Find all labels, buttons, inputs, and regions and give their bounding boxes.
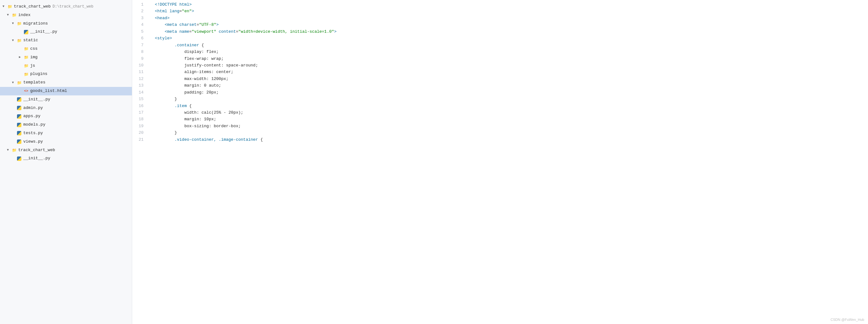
line-number: 14 [136,89,144,96]
sidebar-item-plugins[interactable]: 📁 plugins [0,70,132,79]
python-icon-5 [17,122,22,127]
code-line: margin: 0 auto; [155,82,861,89]
python-icon-3 [17,106,22,111]
code-line: <!DOCTYPE html> [155,1,861,8]
tests-label: tests.py [23,130,43,137]
sidebar-item-templates[interactable]: 📁 templates [0,79,132,87]
code-line: padding: 20px; [155,89,861,96]
sidebar-item-migrations[interactable]: 📁 migrations [0,20,132,28]
code-line: <style> [155,35,861,41]
sidebar-item-img[interactable]: 📁 img [0,53,132,62]
sidebar-item-static[interactable]: 📁 static [0,36,132,45]
code-line: <meta name="viewport" content="width=dev… [155,28,861,35]
line-numbers: 123456789101112131415161718192021 [132,1,147,323]
line-number: 17 [136,109,144,116]
views-label: views.py [23,139,43,145]
migrations-label: migrations [23,21,48,27]
css-folder-icon: 📁 [23,46,29,51]
models-label: models.py [23,121,45,128]
root-arrow [2,4,7,9]
init-track-label: __init__.py [23,155,50,162]
sidebar-item-goods-list[interactable]: goods_list.html [0,87,132,95]
code-line: align-items: center; [155,69,861,75]
img-folder-icon: 📁 [23,55,29,60]
init-migrations-label: __init__.py [30,29,57,35]
goods-list-label: goods_list.html [30,88,67,94]
code-line: justify-content: space-around; [155,62,861,69]
line-number: 6 [136,35,144,41]
code-line: width: calc(25% - 20px); [155,109,861,116]
static-label: static [23,37,38,44]
python-icon-6 [17,131,22,136]
sidebar-item-models[interactable]: models.py [0,121,132,129]
plugins-label: plugins [30,71,48,78]
admin-label: admin.py [23,105,43,112]
code-line: } [155,129,861,136]
line-number: 2 [136,8,144,14]
code-line: .item { [155,102,861,109]
migrations-arrow [12,21,17,26]
sidebar-item-admin[interactable]: admin.py [0,104,132,112]
js-label: js [30,63,35,69]
code-line: .container { [155,42,861,49]
code-line: flex-wrap: wrap; [155,55,861,62]
sidebar-item-css[interactable]: 📁 css [0,45,132,53]
init-index-label: __init__.py [23,96,50,103]
python-icon [23,30,29,35]
code-line: box-sizing: border-box; [155,123,861,129]
sidebar-item-init-index[interactable]: __init__.py [0,95,132,104]
line-number: 8 [136,49,144,55]
watermark: CSDN @FuWen_Hub [831,318,864,322]
index-label: index [18,12,31,19]
sidebar-item-tests[interactable]: tests.py [0,129,132,138]
line-number: 3 [136,15,144,22]
code-editor: 123456789101112131415161718192021 <!DOCT… [132,0,868,324]
sidebar-item-index[interactable]: 📁 index [0,11,132,20]
plugins-folder-icon: 📁 [23,72,29,77]
line-number: 11 [136,69,144,75]
python-icon-2 [17,97,22,102]
python-icon-7 [17,139,22,144]
static-folder-icon: 📁 [17,38,22,43]
img-arrow [19,55,23,60]
line-number: 20 [136,129,144,136]
sidebar-item-init-track[interactable]: __init__.py [0,154,132,163]
track2-arrow [7,148,11,153]
code-content[interactable]: <!DOCTYPE html><html lang="en"><head> <m… [147,1,868,323]
root-path: D:\track_chart_web [53,4,93,10]
line-number: 18 [136,116,144,122]
line-number: 12 [136,76,144,82]
line-number: 1 [136,1,144,8]
sidebar-item-js[interactable]: 📁 js [0,62,132,70]
sidebar-item-apps[interactable]: apps.py [0,112,132,121]
line-number: 7 [136,42,144,49]
line-number: 4 [136,22,144,28]
sidebar-item-init-migrations[interactable]: __init__.py [0,28,132,36]
templates-label: templates [23,79,45,86]
migrations-folder-icon: 📁 [17,21,22,26]
root-folder[interactable]: 📁 track_chart_web D:\track_chart_web [0,2,132,11]
sidebar-item-views[interactable]: views.py [0,138,132,146]
code-line: display: flex; [155,49,861,55]
line-number: 21 [136,136,144,143]
img-label: img [30,54,37,61]
python-icon-4 [17,114,22,119]
sidebar-item-track-chart-web2[interactable]: 📁 track_chart_web [0,146,132,155]
apps-label: apps.py [23,113,40,120]
index-arrow [7,12,11,18]
folder-icon: 📁 [7,4,12,9]
line-number: 10 [136,62,144,69]
python-icon-8 [17,156,22,161]
code-line: <head> [155,15,861,22]
templates-folder-icon: 📁 [17,80,22,85]
line-number: 9 [136,55,144,62]
track2-folder-icon: 📁 [11,148,17,153]
css-label: css [30,46,37,52]
line-number: 13 [136,82,144,89]
code-line: max-width: 1200px; [155,76,861,82]
code-line: .video-container, .image-container { [155,136,861,143]
file-tree[interactable]: 📁 track_chart_web D:\track_chart_web 📁 i… [0,0,132,324]
index-folder-icon: 📁 [11,12,17,18]
root-label: track_chart_web [14,3,51,10]
html-icon [23,88,29,93]
